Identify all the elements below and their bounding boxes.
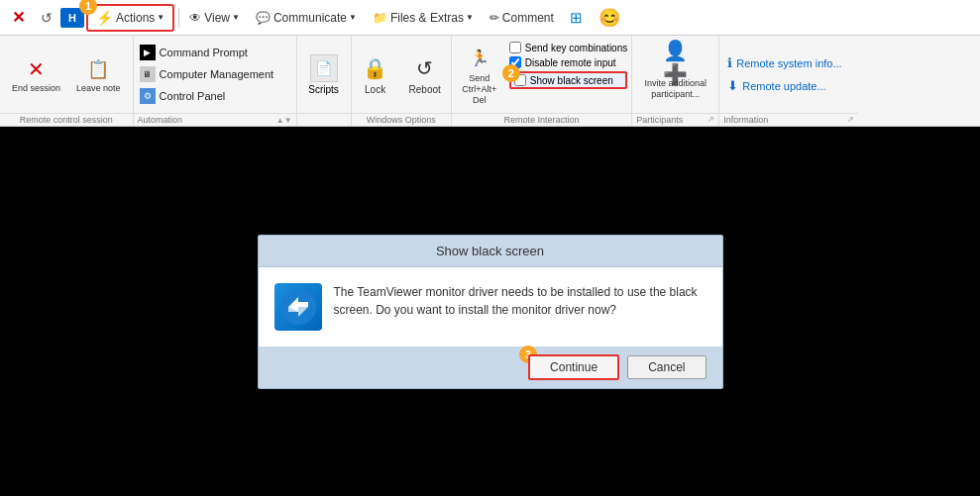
communicate-arrow: ▼ — [349, 13, 357, 22]
dialog-overlay: Show black screen The TeamViewer monitor… — [0, 127, 980, 496]
communicate-menu[interactable]: 💬 Communicate ▼ — [248, 2, 365, 34]
control-panel-icon: ⚙ — [140, 88, 156, 104]
invite-participant-icon: 👤➕ — [662, 49, 690, 76]
leave-note-label: Leave note — [76, 83, 121, 93]
windows-logo-icon[interactable]: ⊞ — [562, 2, 591, 34]
information-group: ℹ Remote system info... ⬇ Remote update.… — [719, 36, 858, 126]
send-ctrl-button[interactable]: 🏃 SendCtrl+Alt+Del — [456, 40, 503, 109]
disable-remote-input-label: Disable remote input — [525, 57, 616, 68]
reboot-icon: ↺ — [411, 54, 439, 82]
files-icon: 📁 — [373, 11, 387, 25]
automation-list: ▶ Command Prompt 🖥 Computer Management ⚙… — [134, 36, 296, 113]
information-expand[interactable]: ↗ — [847, 115, 854, 125]
disable-remote-input-row[interactable]: Disable remote input — [509, 56, 627, 68]
actions-button[interactable]: 1 ⚡ Actions ▼ — [86, 4, 174, 32]
session-group: ✕ End session 📋 Leave note Remote contro… — [0, 36, 134, 126]
dialog-body-text: The TeamViewer monitor driver needs to b… — [334, 283, 707, 319]
invite-participant-label: Invite additionalparticipant... — [644, 78, 707, 100]
remote-interaction-label: Remote Interaction — [452, 113, 631, 126]
reboot-label: Reboot — [409, 84, 441, 95]
teamviewer-logo-svg — [280, 289, 316, 325]
refresh-icon[interactable]: ↺ — [33, 2, 60, 34]
show-black-screen-row[interactable]: 2 Show black screen — [509, 71, 627, 89]
ribbon: ✕ End session 📋 Leave note Remote contro… — [0, 36, 980, 127]
leave-note-button[interactable]: 📋 Leave note — [70, 51, 127, 97]
invite-participant-button[interactable]: 👤➕ Invite additionalparticipant... — [638, 45, 712, 104]
files-extras-menu[interactable]: 📁 Files & Extras ▼ — [365, 2, 482, 34]
automation-control-panel[interactable]: ⚙ Control Panel — [134, 85, 296, 107]
continue-button[interactable]: Continue — [528, 354, 619, 380]
dialog-title: Show black screen — [259, 236, 722, 267]
communicate-icon: 💬 — [256, 11, 271, 25]
automation-group-label: Automation ▲▼ — [134, 113, 296, 126]
end-session-label: End session — [12, 83, 60, 94]
windows-options-top: 🔒 Lock ↺ Reboot — [352, 36, 451, 113]
lock-icon: 🔒 — [362, 54, 389, 82]
remote-interaction-group: 🏃 SendCtrl+Alt+Del Send key combinations… — [452, 36, 632, 126]
continue-btn-wrapper: 3 Continue — [528, 354, 619, 380]
windows-options-group: 🔒 Lock ↺ Reboot Windows Options — [352, 36, 452, 126]
send-ctrl-label: SendCtrl+Alt+Del — [462, 73, 496, 105]
view-arrow: ▼ — [232, 13, 240, 22]
computer-management-icon: 🖥 — [140, 66, 156, 82]
view-menu[interactable]: 👁 View ▼ — [181, 2, 248, 34]
smiley-icon[interactable]: 😊 — [591, 2, 628, 34]
participants-top: 👤➕ Invite additionalparticipant... — [632, 36, 718, 113]
leave-note-icon: 📋 — [84, 55, 112, 83]
session-group-label: Remote control session — [0, 113, 133, 126]
actions-dropdown-arrow: ▼ — [157, 13, 164, 22]
end-session-icon: ✕ — [23, 55, 51, 83]
teamviewer-logo — [274, 283, 322, 331]
windows-options-label: Windows Options — [352, 113, 451, 126]
session-buttons: ✕ End session 📋 Leave note — [0, 36, 133, 113]
send-key-combinations-row[interactable]: Send key combinations — [509, 42, 627, 53]
remote-update-link[interactable]: ⬇ Remote update... — [727, 76, 850, 95]
actions-label: Actions — [116, 11, 155, 25]
lock-button[interactable]: 🔒 Lock — [356, 50, 395, 99]
information-top: ℹ Remote system info... ⬇ Remote update.… — [719, 36, 858, 113]
scripts-icon[interactable]: 📄 — [310, 54, 338, 82]
automation-expand[interactable]: ▲▼ — [276, 116, 292, 125]
scripts-group: 📄 Scripts — [297, 36, 352, 126]
cancel-button[interactable]: Cancel — [627, 355, 706, 379]
participants-expand[interactable]: ↗ — [708, 115, 714, 125]
comment-menu[interactable]: ✏ Comment — [482, 2, 562, 34]
lock-label: Lock — [365, 84, 385, 95]
reboot-button[interactable]: ↺ Reboot — [403, 50, 447, 99]
scripts-label: Scripts — [308, 84, 339, 95]
automation-command-prompt[interactable]: ▶ Command Prompt — [134, 42, 296, 63]
view-icon: 👁 — [189, 11, 201, 25]
dialog-footer: 3 Continue Cancel — [259, 347, 722, 388]
dialog-body: The TeamViewer monitor driver needs to b… — [259, 267, 722, 347]
remote-interaction-top: 🏃 SendCtrl+Alt+Del Send key combinations… — [452, 36, 631, 113]
close-icon[interactable]: ✕ — [4, 2, 33, 34]
lightning-icon: ⚡ — [96, 10, 113, 26]
comment-icon: ✏ — [490, 11, 499, 25]
automation-computer-management[interactable]: 🖥 Computer Management — [134, 63, 296, 85]
end-session-button[interactable]: ✕ End session — [6, 51, 66, 98]
badge-1: 1 — [79, 0, 97, 15]
information-label: Information ↗ — [719, 113, 858, 126]
send-ctrl-icon: 🏃 — [466, 44, 493, 71]
participants-group: 👤➕ Invite additionalparticipant... Parti… — [632, 36, 719, 126]
remote-system-info-link[interactable]: ℹ Remote system info... — [727, 53, 850, 72]
send-key-combinations-checkbox[interactable] — [509, 42, 521, 53]
badge-2: 2 — [502, 64, 520, 82]
files-arrow: ▼ — [466, 13, 474, 22]
menu-bar: ✕ ↺ H 1 ⚡ Actions ▼ 👁 View ▼ 💬 Communica… — [0, 0, 980, 36]
show-black-screen-label: Show black screen — [530, 75, 613, 86]
automation-group: ▶ Command Prompt 🖥 Computer Management ⚙… — [134, 36, 297, 126]
update-icon: ⬇ — [727, 78, 738, 93]
dialog: Show black screen The TeamViewer monitor… — [258, 235, 723, 389]
remote-checkboxes: Send key combinations Disable remote inp… — [509, 40, 627, 89]
scripts-top: 📄 Scripts — [297, 36, 351, 113]
scripts-group-label — [297, 113, 351, 126]
command-prompt-icon: ▶ — [140, 45, 156, 60]
participants-label: Participants ↗ — [632, 113, 718, 126]
divider-1 — [178, 8, 179, 28]
send-key-combinations-label: Send key combinations — [525, 43, 627, 53]
info-icon: ℹ — [727, 55, 732, 70]
